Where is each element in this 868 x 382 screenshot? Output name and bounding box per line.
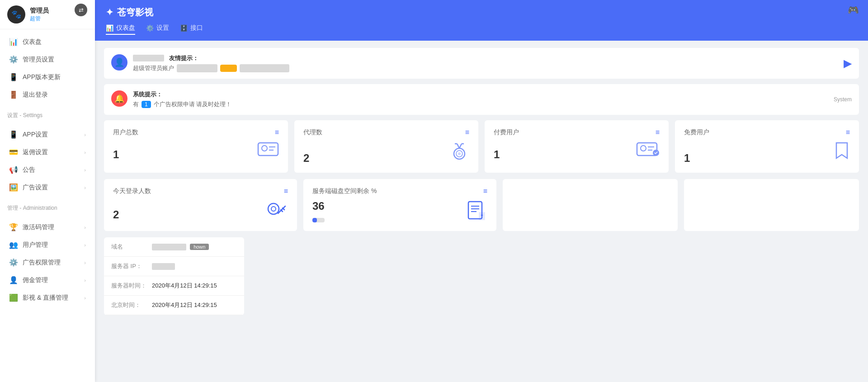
top-header: ✦ 苍穹影视 📊 仪表盘 ⚙️ 设置 🗄️ 接口 🎮	[95, 0, 868, 41]
info-row-domain: 域名 hown	[104, 237, 244, 257]
notice-label-info: 友情提示：	[133, 54, 838, 62]
stat-value-free-users: 1	[684, 152, 690, 165]
ads-rights-icon: ⚙️	[9, 258, 18, 267]
app-update-icon: 📱	[9, 73, 18, 81]
dashboard-icon: 📊	[9, 38, 18, 46]
stat-label-paid-users: 付费用户	[494, 128, 519, 137]
tab-dashboard[interactable]: 📊 仪表盘	[106, 22, 135, 35]
chevron-icon-5: ›	[84, 225, 86, 230]
sidebar-item-logout-label: 退出登录	[23, 91, 48, 99]
stat-menu-icon-1[interactable]: ≡	[465, 128, 469, 137]
notice-content-info: 友情提示： 超级管理员账户	[133, 54, 838, 72]
stat-menu-icon-0[interactable]: ≡	[275, 128, 279, 137]
server-time-label: 服务器时间：	[111, 282, 152, 290]
stats-grid: 用户总数 ≡ 1	[104, 120, 859, 173]
sidebar-item-user-mgmt-label: 用户管理	[23, 241, 48, 249]
sidebar-item-app-update[interactable]: 📱 APP版本更新	[0, 68, 95, 86]
sidebar-item-dashboard[interactable]: 📊 仪表盘	[0, 33, 95, 51]
stat-menu-icon-5[interactable]: ≡	[483, 187, 487, 195]
stat-label-today-logins: 今天登录人数	[113, 187, 151, 195]
user-role: 超管	[30, 15, 49, 23]
chevron-icon-3: ›	[84, 167, 86, 173]
chevron-icon-6: ›	[84, 242, 86, 248]
sidebar-item-commission-mgmt[interactable]: 👤佣金管理 ›	[0, 271, 95, 289]
svg-line-7	[459, 144, 462, 148]
svg-line-6	[457, 144, 459, 148]
notice-label-system: 系统提示：	[133, 90, 828, 99]
chevron-icon-7: ›	[84, 260, 86, 265]
app-config-icon: 📱	[9, 130, 18, 139]
logo-icon: ✦	[106, 7, 113, 18]
sidebar-item-ads-config[interactable]: 🖼️广告设置 ›	[0, 179, 95, 196]
tab-api-icon: 🗄️	[180, 24, 188, 32]
sidebar-item-ads-config-label: 广告设置	[23, 184, 48, 192]
notice-text-pre: 有	[133, 100, 139, 108]
tab-settings[interactable]: ⚙️ 设置	[146, 22, 169, 35]
notice-blurred-pre	[133, 55, 164, 61]
app-title: 苍穹影视	[117, 6, 153, 19]
tab-api[interactable]: 🗄️ 接口	[180, 22, 203, 35]
sidebar-item-logout[interactable]: 🚪 退出登录	[0, 86, 95, 104]
stat-menu-icon-2[interactable]: ≡	[656, 128, 660, 137]
sidebar-item-app-config[interactable]: 📱APP设置 ›	[0, 126, 95, 143]
sidebar-item-announcement[interactable]: 📢公告 ›	[0, 161, 95, 179]
sidebar-item-ads-rights-mgmt[interactable]: ⚙️广告权限管理 ›	[0, 254, 95, 271]
stat-menu-icon-3[interactable]: ≡	[846, 128, 850, 137]
sidebar-item-return-config[interactable]: 💳返佣设置 ›	[0, 143, 95, 161]
notice-friendly-tip: 友情提示：	[169, 55, 198, 61]
server-time-value: 2020年4月12日 14:29:15	[152, 282, 217, 290]
tab-settings-label: 设置	[156, 24, 169, 32]
stat-label-free-users: 免费用户	[684, 128, 709, 137]
svg-rect-0	[258, 143, 278, 156]
header-tabs: 📊 仪表盘 ⚙️ 设置 🗄️ 接口	[106, 22, 857, 35]
svg-point-16	[268, 203, 279, 214]
notice-card-info: 👤 友情提示： 超级管理员账户 ▶	[104, 48, 859, 79]
logout-icon: 🚪	[9, 90, 18, 99]
notice-toggle-icon[interactable]: ▶	[844, 57, 852, 70]
announcement-icon: 📢	[9, 165, 18, 174]
system-label: System	[834, 96, 852, 103]
share-button[interactable]: ⇄	[75, 4, 87, 16]
sidebar-item-video-live-label: 影视 & 直播管理	[23, 294, 68, 302]
stat-label-total-users: 用户总数	[113, 128, 138, 137]
stat-card-free-users: 免费用户 ≡ 1	[675, 120, 859, 173]
svg-line-20	[281, 210, 283, 212]
sidebar-item-app-config-label: APP设置	[23, 131, 48, 139]
sidebar-section-admin: 管理 - Administration	[0, 200, 95, 215]
notice-blurred-text-2	[240, 64, 289, 72]
sidebar-item-activation-mgmt[interactable]: 🏆激活码管理 ›	[0, 218, 95, 236]
sidebar-item-video-live-mgmt[interactable]: 🟩影视 & 直播管理 ›	[0, 289, 95, 307]
tab-settings-icon: ⚙️	[146, 24, 154, 32]
progress-bar-fill	[312, 218, 317, 222]
stat-value-paid-users: 1	[494, 148, 500, 161]
notice-text-post: 个广告权限申请 请及时处理！	[154, 100, 232, 108]
sidebar-nav-admin: 🏆激活码管理 › 👥用户管理 › ⚙️广告权限管理 › 👤佣金管理 › 🟩影视 …	[0, 215, 95, 310]
id-card-icon	[257, 141, 279, 161]
progress-container	[312, 218, 325, 222]
commission-icon: 👤	[9, 276, 18, 284]
tab-dashboard-label: 仪表盘	[116, 24, 135, 32]
domain-label: 域名	[111, 243, 152, 251]
notice-card-system: 🔔 系统提示： 有 1 个广告权限申请 请及时处理！ System	[104, 84, 859, 115]
chevron-icon: ›	[84, 132, 86, 137]
sidebar-item-admin-settings-label: 管理员设置	[23, 56, 54, 64]
stat-menu-icon-4[interactable]: ≡	[284, 187, 288, 195]
avatar: 🐾	[7, 5, 25, 24]
stat-label-disk-space: 服务端磁盘空间剩余 %	[312, 187, 377, 195]
user-mgmt-icon: 👥	[9, 241, 18, 249]
tab-api-label: 接口	[190, 24, 203, 32]
empty-card-1	[503, 179, 678, 231]
return-config-icon: 💳	[9, 148, 18, 156]
stat-card-paid-users: 付费用户 ≡ 1	[485, 120, 669, 173]
stat-value-total-users: 1	[113, 148, 119, 161]
video-live-icon: 🟩	[9, 293, 18, 302]
sidebar-item-admin-settings[interactable]: ⚙️ 管理员设置	[0, 51, 95, 68]
svg-point-17	[271, 207, 276, 211]
notice-blurred-text	[177, 64, 217, 72]
sidebar-item-app-update-label: APP版本更新	[23, 73, 61, 81]
key-icon	[264, 200, 288, 221]
sidebar-item-user-mgmt[interactable]: 👥用户管理 ›	[0, 236, 95, 254]
info-row-server-time: 服务器时间： 2020年4月12日 14:29:15	[104, 276, 244, 296]
server-ip-value	[152, 263, 175, 270]
info-row-server-ip: 服务器 IP：	[104, 257, 244, 276]
